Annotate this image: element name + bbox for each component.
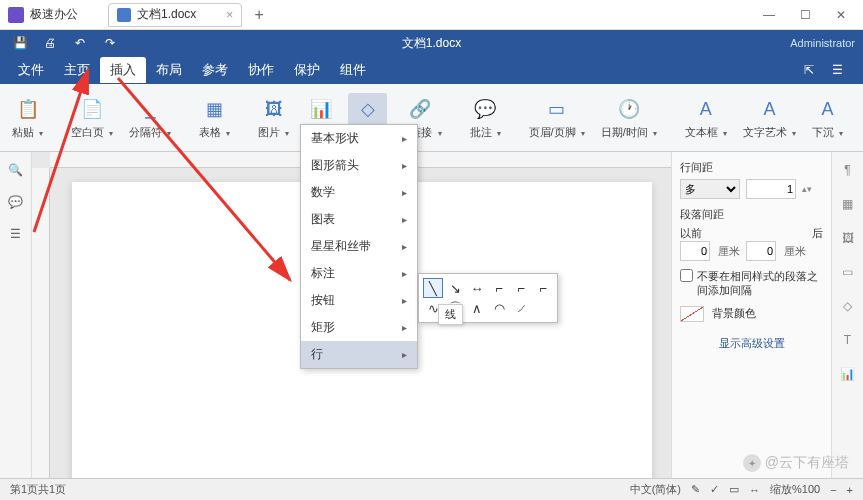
after-spacing-input[interactable]	[746, 241, 776, 261]
outline-icon[interactable]: ☰	[6, 224, 26, 244]
menu-icon[interactable]: ☰	[827, 60, 847, 80]
bg-color-swatch[interactable]	[680, 306, 704, 322]
tooltip: 线	[438, 304, 463, 325]
ribbon: 📋粘贴 ▾📄空白页 ▾⎯分隔符 ▾▦表格 ▾🖼图片 ▾📊图表 ▾◇形状 ▾🔗超链…	[0, 84, 863, 152]
unit-label: 厘米	[718, 244, 740, 259]
ribbon-下沉[interactable]: A下沉 ▾	[808, 93, 847, 142]
after-label: 后	[812, 226, 823, 241]
unit-label: 厘米	[784, 244, 806, 259]
line-shape-option[interactable]: ↘	[445, 278, 465, 298]
minimize-button[interactable]: —	[755, 5, 783, 25]
shape-menu-item[interactable]: 图表▸	[301, 206, 417, 233]
header-tool-icon[interactable]: ▭	[838, 262, 858, 282]
shape-menu-item[interactable]: 数学▸	[301, 179, 417, 206]
menu-4[interactable]: 参考	[192, 57, 238, 83]
redo-button[interactable]: ↷	[98, 33, 122, 53]
menu-0[interactable]: 文件	[8, 57, 54, 83]
text-tool-icon[interactable]: T	[838, 330, 858, 350]
menu-5[interactable]: 协作	[238, 57, 284, 83]
watermark: ✦ @云下有座塔	[743, 454, 849, 472]
shape-menu-item[interactable]: 按钮▸	[301, 287, 417, 314]
paragraph-icon[interactable]: ¶	[838, 160, 858, 180]
line-shape-option[interactable]: ⌐	[489, 278, 509, 298]
no-spacing-checkbox[interactable]	[680, 269, 693, 282]
shape-menu-item[interactable]: 星星和丝带▸	[301, 233, 417, 260]
line-shape-option[interactable]: ⌐	[511, 278, 531, 298]
language-status[interactable]: 中文(简体)	[630, 482, 681, 497]
分隔符-icon: ⎯	[136, 95, 164, 123]
shape-tool-icon[interactable]: ◇	[838, 296, 858, 316]
comments-icon[interactable]: 💬	[6, 192, 26, 212]
menu-6[interactable]: 保护	[284, 57, 330, 83]
spellcheck-icon[interactable]: ✓	[710, 483, 719, 496]
maximize-button[interactable]: ☐	[791, 5, 819, 25]
ribbon-图片[interactable]: 🖼图片 ▾	[254, 93, 293, 142]
tab-close-icon[interactable]: ×	[226, 8, 233, 22]
menu-3[interactable]: 布局	[146, 57, 192, 83]
ribbon-粘贴[interactable]: 📋粘贴 ▾	[8, 93, 47, 142]
save-button[interactable]: 💾	[8, 33, 32, 53]
table-tool-icon[interactable]: ▦	[838, 194, 858, 214]
shape-menu-item[interactable]: 基本形状▸	[301, 125, 417, 152]
before-spacing-input[interactable]	[680, 241, 710, 261]
app-icon	[8, 7, 24, 23]
close-button[interactable]: ✕	[827, 5, 855, 25]
para-spacing-label: 段落间距	[680, 207, 823, 222]
zoom-in-icon[interactable]: +	[847, 484, 853, 496]
share-icon[interactable]: ⇱	[799, 60, 819, 80]
doc-title: 文档1.docx	[402, 35, 461, 52]
view-width-icon[interactable]: ↔	[749, 484, 760, 496]
zoom-status[interactable]: 缩放%100	[770, 482, 820, 497]
ribbon-文字艺术[interactable]: A文字艺术 ▾	[739, 93, 800, 142]
ribbon-日期/时间[interactable]: 🕐日期/时间 ▾	[597, 93, 661, 142]
批注-icon: 💬	[471, 95, 499, 123]
right-toolbar: ¶ ▦ 🖼 ▭ ◇ T 📊	[831, 152, 863, 478]
ribbon-表格[interactable]: ▦表格 ▾	[195, 93, 234, 142]
tab-add-button[interactable]: +	[254, 6, 263, 24]
shape-menu-item[interactable]: 图形箭头▸	[301, 152, 417, 179]
shape-menu-item[interactable]: 标注▸	[301, 260, 417, 287]
ribbon-label: 文字艺术 ▾	[743, 125, 796, 140]
spinner-icon[interactable]: ▴▾	[802, 184, 812, 194]
ribbon-文本框[interactable]: A文本框 ▾	[681, 93, 731, 142]
shape-menu-item[interactable]: 矩形▸	[301, 314, 417, 341]
文字艺术-icon: A	[755, 95, 783, 123]
ribbon-分隔符[interactable]: ⎯分隔符 ▾	[125, 93, 175, 142]
image-tool-icon[interactable]: 🖼	[838, 228, 858, 248]
line-shape-option[interactable]: ∧	[467, 298, 487, 318]
before-label: 以前	[680, 226, 702, 241]
line-shape-option[interactable]: ⟋	[511, 298, 531, 318]
print-button[interactable]: 🖨	[38, 33, 62, 53]
line-shape-option[interactable]: ⌐	[533, 278, 553, 298]
user-label: Administrator	[790, 37, 855, 49]
view-fit-icon[interactable]: ▭	[729, 483, 739, 496]
ribbon-批注[interactable]: 💬批注 ▾	[466, 93, 505, 142]
chart-tool-icon[interactable]: 📊	[838, 364, 858, 384]
页眉/页脚-icon: ▭	[543, 95, 571, 123]
shape-menu-item[interactable]: 行▸	[301, 341, 417, 368]
statusbar: 第1页共1页 中文(简体) ✎ ✓ ▭ ↔ 缩放%100 − +	[0, 478, 863, 500]
空白页-icon: 📄	[78, 95, 106, 123]
line-shape-option[interactable]: ◠	[489, 298, 509, 318]
menu-7[interactable]: 组件	[330, 57, 376, 83]
track-changes-icon[interactable]: ✎	[691, 483, 700, 496]
line-spacing-select[interactable]: 多	[680, 179, 740, 199]
文本框-icon: A	[692, 95, 720, 123]
vertical-ruler[interactable]	[32, 168, 50, 478]
ribbon-页眉/页脚[interactable]: ▭页眉/页脚 ▾	[525, 93, 589, 142]
search-icon[interactable]: 🔍	[6, 160, 26, 180]
line-spacing-input[interactable]	[746, 179, 796, 199]
line-shape-option[interactable]: ╲	[423, 278, 443, 298]
menu-2[interactable]: 插入	[100, 57, 146, 83]
ribbon-label: 粘贴 ▾	[12, 125, 43, 140]
undo-button[interactable]: ↶	[68, 33, 92, 53]
menu-1[interactable]: 主页	[54, 57, 100, 83]
document-tab[interactable]: 文档1.docx ×	[108, 3, 242, 27]
形状-icon: ◇	[354, 95, 382, 123]
ribbon-label: 批注 ▾	[470, 125, 501, 140]
ribbon-label: 文本框 ▾	[685, 125, 727, 140]
line-shape-option[interactable]: ↔	[467, 278, 487, 298]
zoom-out-icon[interactable]: −	[830, 484, 836, 496]
advanced-settings-link[interactable]: 显示高级设置	[680, 336, 823, 351]
ribbon-空白页[interactable]: 📄空白页 ▾	[67, 93, 117, 142]
